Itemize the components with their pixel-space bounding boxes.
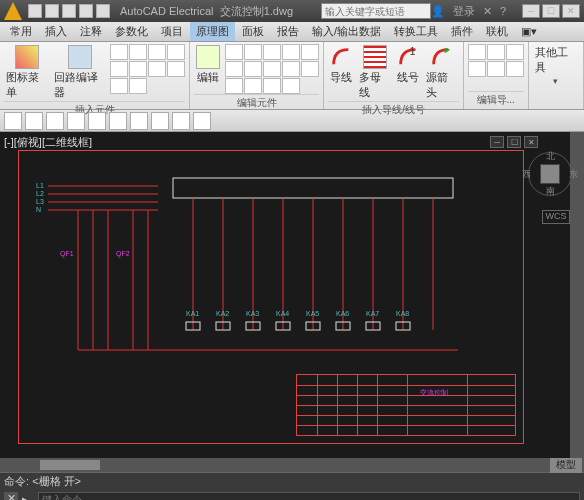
sb8[interactable] [167, 61, 185, 77]
eb9[interactable] [282, 61, 300, 77]
model-tab[interactable]: 模型 [550, 457, 582, 473]
eb12[interactable] [244, 78, 262, 94]
wb6[interactable] [506, 61, 524, 77]
sb3[interactable] [148, 44, 166, 60]
eb7[interactable] [244, 61, 262, 77]
panel-insert-wires: 导线 多母线 1线号 源箭头 插入导线/线号 [324, 42, 463, 109]
tb-10[interactable] [193, 112, 211, 130]
tab-report[interactable]: 报告 [271, 22, 305, 41]
tab-parametric[interactable]: 参数化 [109, 22, 154, 41]
eb3[interactable] [263, 44, 281, 60]
maximize-button[interactable]: ☐ [542, 4, 560, 18]
sb6[interactable] [129, 61, 147, 77]
qat-redo-icon[interactable] [96, 4, 110, 18]
vp-minimize-icon[interactable]: ─ [490, 136, 504, 148]
panel-label-wires: 插入导线/线号 [328, 101, 458, 117]
tb-6[interactable] [109, 112, 127, 130]
wb2[interactable] [487, 44, 505, 60]
tb-9[interactable] [172, 112, 190, 130]
edit-button[interactable]: 编辑 [194, 44, 222, 86]
tab-project[interactable]: 项目 [155, 22, 189, 41]
wb1[interactable] [468, 44, 486, 60]
wcs-badge[interactable]: WCS [542, 210, 570, 224]
tab-expand-icon[interactable]: ▣▾ [515, 23, 543, 40]
cmd-close-icon[interactable]: ✕ [4, 492, 18, 500]
close-button[interactable]: ✕ [562, 4, 580, 18]
eb14[interactable] [282, 78, 300, 94]
panel-other-tools: 其他工具▾ [529, 42, 584, 109]
tb-7[interactable] [130, 112, 148, 130]
icon-menu-button[interactable]: 图标菜单 [4, 44, 49, 101]
viewcube[interactable]: 北 南 东 西 [528, 152, 572, 196]
tb-3[interactable] [46, 112, 64, 130]
other-tools-button[interactable]: 其他工具▾ [533, 44, 579, 87]
titlebar: AutoCAD Electrical 交流控制1.dwg 👤 登录 ✕ ? ─ … [0, 0, 584, 22]
titleblock: 交流控制 [296, 374, 516, 436]
eb11[interactable] [225, 78, 243, 94]
tab-online[interactable]: 联机 [480, 22, 514, 41]
multibus-button[interactable]: 多母线 [357, 44, 392, 101]
scrollbar-horizontal[interactable]: 模型 [0, 458, 584, 472]
eb10[interactable] [301, 61, 319, 77]
eb5[interactable] [301, 44, 319, 60]
tb-5[interactable] [88, 112, 106, 130]
tab-insert[interactable]: 插入 [39, 22, 73, 41]
qat-undo-icon[interactable] [79, 4, 93, 18]
vp-maximize-icon[interactable]: ☐ [507, 136, 521, 148]
eb13[interactable] [263, 78, 281, 94]
quick-access-toolbar [28, 4, 110, 18]
circuit-builder-button[interactable]: 回路编译器 [52, 44, 107, 101]
cmd-prefix: 命令: [4, 474, 29, 489]
tb-1[interactable] [4, 112, 22, 130]
panel-label-edit: 编辑元件 [194, 94, 319, 110]
sb9[interactable] [110, 78, 128, 94]
drawing-canvas[interactable]: [-][俯视][二维线框] ─ ☐ ✕ 北 南 东 西 WCS L1L2L3N … [0, 132, 584, 458]
viewcube-s: 南 [546, 185, 555, 198]
eb2[interactable] [244, 44, 262, 60]
wb4[interactable] [468, 61, 486, 77]
wb3[interactable] [506, 44, 524, 60]
eb4[interactable] [282, 44, 300, 60]
eb8[interactable] [263, 61, 281, 77]
eb1[interactable] [225, 44, 243, 60]
tab-schematic[interactable]: 原理图 [190, 22, 235, 41]
panel-label-editwires: 编辑导... [468, 91, 524, 107]
viewcube-w: 西 [522, 168, 531, 181]
tab-common[interactable]: 常用 [4, 22, 38, 41]
tab-convert[interactable]: 转换工具 [388, 22, 444, 41]
qat-open-icon[interactable] [45, 4, 59, 18]
command-input[interactable] [38, 492, 580, 500]
search-help-input[interactable] [321, 3, 431, 19]
view-label[interactable]: [-][俯视][二维线框] [4, 135, 92, 150]
qat-save-icon[interactable] [62, 4, 76, 18]
minimize-button[interactable]: ─ [522, 4, 540, 18]
tab-io[interactable]: 输入/输出数据 [306, 22, 387, 41]
tb-2[interactable] [25, 112, 43, 130]
qat-new-icon[interactable] [28, 4, 42, 18]
sb4[interactable] [167, 44, 185, 60]
tab-annotate[interactable]: 注释 [74, 22, 108, 41]
tab-panel[interactable]: 面板 [236, 22, 270, 41]
tb-4[interactable] [67, 112, 85, 130]
exchange-icon[interactable]: ✕ [483, 5, 492, 18]
help-icon[interactable]: ? [500, 5, 506, 17]
sb5[interactable] [110, 61, 128, 77]
wire-button[interactable]: 导线 [328, 44, 354, 86]
source-arrow-button[interactable]: 源箭头 [424, 44, 459, 101]
wb5[interactable] [487, 61, 505, 77]
sb7[interactable] [148, 61, 166, 77]
circuit-builder-label: 回路编译器 [54, 70, 105, 100]
scroll-thumb[interactable] [40, 460, 100, 470]
sb2[interactable] [129, 44, 147, 60]
vp-close-icon[interactable]: ✕ [524, 136, 538, 148]
tab-plugin[interactable]: 插件 [445, 22, 479, 41]
wirenumber-button[interactable]: 1线号 [395, 44, 421, 86]
sb10[interactable] [129, 78, 147, 94]
tb-8[interactable] [151, 112, 169, 130]
login-link[interactable]: 登录 [453, 4, 475, 19]
user-icon[interactable]: 👤 [431, 5, 445, 18]
wire-label: 导线 [330, 70, 352, 85]
eb6[interactable] [225, 61, 243, 77]
wirenumber-label: 线号 [397, 70, 419, 85]
sb1[interactable] [110, 44, 128, 60]
